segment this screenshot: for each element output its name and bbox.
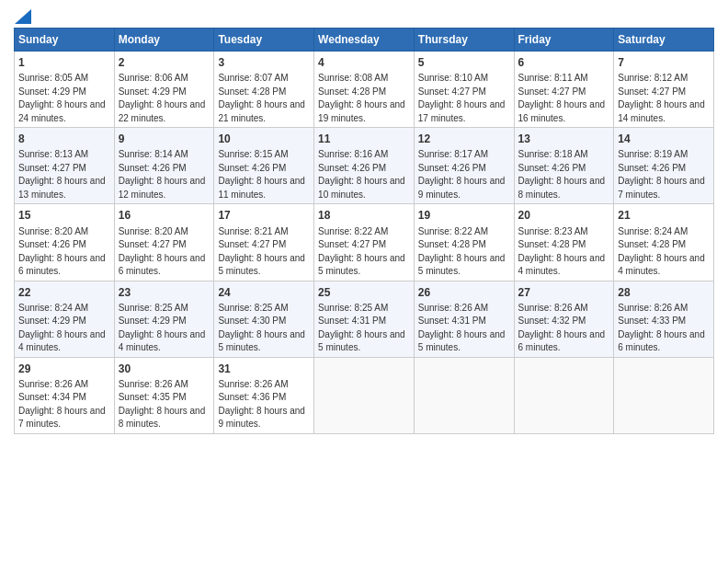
calendar-cell: 2 Sunrise: 8:06 AMSunset: 4:29 PMDayligh…: [114, 52, 214, 128]
calendar-cell: 16 Sunrise: 8:20 AMSunset: 4:27 PMDaylig…: [114, 204, 214, 281]
day-number: 3: [218, 55, 310, 70]
calendar-cell: 19 Sunrise: 8:22 AMSunset: 4:28 PMDaylig…: [414, 204, 514, 281]
day-info: Sunrise: 8:26 AMSunset: 4:36 PMDaylight:…: [218, 379, 305, 430]
day-number: 23: [119, 285, 210, 300]
calendar-cell: 3 Sunrise: 8:07 AMSunset: 4:28 PMDayligh…: [214, 52, 314, 128]
calendar-cell: 6 Sunrise: 8:11 AMSunset: 4:27 PMDayligh…: [514, 52, 614, 128]
calendar-cell: 13 Sunrise: 8:18 AMSunset: 4:26 PMDaylig…: [514, 128, 614, 204]
day-number: 28: [618, 285, 710, 300]
day-info: Sunrise: 8:05 AMSunset: 4:29 PMDaylight:…: [18, 73, 106, 123]
calendar-header-thursday: Thursday: [414, 29, 514, 52]
calendar-cell: 18 Sunrise: 8:22 AMSunset: 4:27 PMDaylig…: [314, 204, 415, 281]
day-info: Sunrise: 8:07 AMSunset: 4:28 PMDaylight:…: [218, 73, 305, 123]
day-number: 1: [18, 55, 110, 70]
calendar-cell: [314, 357, 415, 433]
calendar-cell: 29 Sunrise: 8:26 AMSunset: 4:34 PMDaylig…: [15, 357, 115, 433]
calendar-cell: 17 Sunrise: 8:21 AMSunset: 4:27 PMDaylig…: [214, 204, 314, 281]
day-info: Sunrise: 8:26 AMSunset: 4:35 PMDaylight:…: [119, 379, 206, 430]
day-number: 2: [119, 55, 210, 70]
calendar-table: SundayMondayTuesdayWednesdayThursdayFrid…: [14, 28, 714, 434]
day-number: 25: [318, 285, 410, 300]
day-info: Sunrise: 8:14 AMSunset: 4:26 PMDaylight:…: [119, 149, 206, 200]
day-info: Sunrise: 8:26 AMSunset: 4:34 PMDaylight:…: [18, 379, 106, 430]
calendar-cell: 8 Sunrise: 8:13 AMSunset: 4:27 PMDayligh…: [15, 128, 115, 204]
calendar-cell: 1 Sunrise: 8:05 AMSunset: 4:29 PMDayligh…: [15, 52, 115, 128]
day-number: 27: [518, 285, 610, 300]
day-number: 31: [218, 362, 310, 376]
calendar-cell: 10 Sunrise: 8:15 AMSunset: 4:26 PMDaylig…: [214, 128, 314, 204]
day-number: 26: [418, 285, 510, 300]
calendar-cell: 21 Sunrise: 8:24 AMSunset: 4:28 PMDaylig…: [614, 204, 714, 281]
day-number: 12: [418, 132, 510, 146]
day-info: Sunrise: 8:16 AMSunset: 4:26 PMDaylight:…: [318, 149, 405, 200]
day-number: 14: [618, 132, 710, 146]
day-number: 5: [418, 55, 510, 70]
day-info: Sunrise: 8:18 AMSunset: 4:26 PMDaylight:…: [518, 149, 606, 200]
calendar-week-row: 29 Sunrise: 8:26 AMSunset: 4:34 PMDaylig…: [15, 357, 714, 433]
day-info: Sunrise: 8:10 AMSunset: 4:27 PMDaylight:…: [418, 73, 506, 123]
day-info: Sunrise: 8:24 AMSunset: 4:28 PMDaylight:…: [618, 226, 705, 277]
calendar-week-row: 15 Sunrise: 8:20 AMSunset: 4:26 PMDaylig…: [15, 204, 714, 281]
calendar-header-friday: Friday: [514, 29, 614, 52]
calendar-cell: 31 Sunrise: 8:26 AMSunset: 4:36 PMDaylig…: [214, 357, 314, 433]
calendar-cell: 28 Sunrise: 8:26 AMSunset: 4:33 PMDaylig…: [614, 281, 714, 357]
svg-marker-0: [15, 9, 31, 24]
day-number: 21: [618, 208, 710, 223]
day-info: Sunrise: 8:22 AMSunset: 4:28 PMDaylight:…: [418, 226, 506, 277]
day-number: 7: [618, 55, 710, 70]
calendar-cell: 4 Sunrise: 8:08 AMSunset: 4:28 PMDayligh…: [314, 52, 415, 128]
calendar-cell: 14 Sunrise: 8:19 AMSunset: 4:26 PMDaylig…: [614, 128, 714, 204]
calendar-week-row: 8 Sunrise: 8:13 AMSunset: 4:27 PMDayligh…: [15, 128, 714, 204]
calendar-header-wednesday: Wednesday: [314, 29, 415, 52]
day-number: 24: [218, 285, 310, 300]
calendar-header-monday: Monday: [114, 29, 214, 52]
day-info: Sunrise: 8:19 AMSunset: 4:26 PMDaylight:…: [618, 149, 705, 200]
day-info: Sunrise: 8:15 AMSunset: 4:26 PMDaylight:…: [218, 149, 305, 200]
calendar-cell: 26 Sunrise: 8:26 AMSunset: 4:31 PMDaylig…: [414, 281, 514, 357]
day-info: Sunrise: 8:12 AMSunset: 4:27 PMDaylight:…: [618, 73, 705, 123]
page-container: SundayMondayTuesdayWednesdayThursdayFrid…: [0, 0, 728, 439]
day-number: 19: [418, 208, 510, 223]
day-number: 29: [18, 362, 110, 376]
day-number: 10: [218, 132, 310, 146]
day-info: Sunrise: 8:17 AMSunset: 4:26 PMDaylight:…: [418, 149, 506, 200]
day-info: Sunrise: 8:20 AMSunset: 4:26 PMDaylight:…: [18, 226, 106, 277]
calendar-cell: 5 Sunrise: 8:10 AMSunset: 4:27 PMDayligh…: [414, 52, 514, 128]
calendar-cell: 20 Sunrise: 8:23 AMSunset: 4:28 PMDaylig…: [514, 204, 614, 281]
logo-triangle-icon: [15, 9, 31, 24]
calendar-cell: 12 Sunrise: 8:17 AMSunset: 4:26 PMDaylig…: [414, 128, 514, 204]
day-info: Sunrise: 8:26 AMSunset: 4:31 PMDaylight:…: [418, 303, 506, 353]
header: [14, 9, 714, 24]
day-number: 13: [518, 132, 610, 146]
day-info: Sunrise: 8:11 AMSunset: 4:27 PMDaylight:…: [518, 73, 606, 123]
day-info: Sunrise: 8:24 AMSunset: 4:29 PMDaylight:…: [18, 303, 106, 353]
day-info: Sunrise: 8:26 AMSunset: 4:33 PMDaylight:…: [618, 303, 705, 353]
calendar-cell: 9 Sunrise: 8:14 AMSunset: 4:26 PMDayligh…: [114, 128, 214, 204]
day-number: 16: [119, 208, 210, 223]
calendar-header-sunday: Sunday: [15, 29, 115, 52]
day-info: Sunrise: 8:13 AMSunset: 4:27 PMDaylight:…: [18, 149, 106, 200]
calendar-week-row: 22 Sunrise: 8:24 AMSunset: 4:29 PMDaylig…: [15, 281, 714, 357]
calendar-cell: 24 Sunrise: 8:25 AMSunset: 4:30 PMDaylig…: [214, 281, 314, 357]
day-number: 6: [518, 55, 610, 70]
day-number: 22: [18, 285, 110, 300]
day-info: Sunrise: 8:26 AMSunset: 4:32 PMDaylight:…: [518, 303, 606, 353]
calendar-cell: 7 Sunrise: 8:12 AMSunset: 4:27 PMDayligh…: [614, 52, 714, 128]
day-number: 30: [119, 362, 210, 376]
calendar-cell: 22 Sunrise: 8:24 AMSunset: 4:29 PMDaylig…: [15, 281, 115, 357]
calendar-cell: 15 Sunrise: 8:20 AMSunset: 4:26 PMDaylig…: [15, 204, 115, 281]
day-number: 4: [318, 55, 410, 70]
calendar-cell: 27 Sunrise: 8:26 AMSunset: 4:32 PMDaylig…: [514, 281, 614, 357]
day-info: Sunrise: 8:06 AMSunset: 4:29 PMDaylight:…: [119, 73, 206, 123]
day-info: Sunrise: 8:22 AMSunset: 4:27 PMDaylight:…: [318, 226, 405, 277]
day-number: 9: [119, 132, 210, 146]
day-info: Sunrise: 8:08 AMSunset: 4:28 PMDaylight:…: [318, 73, 405, 123]
day-info: Sunrise: 8:21 AMSunset: 4:27 PMDaylight:…: [218, 226, 305, 277]
calendar-cell: 30 Sunrise: 8:26 AMSunset: 4:35 PMDaylig…: [114, 357, 214, 433]
calendar-header-saturday: Saturday: [614, 29, 714, 52]
calendar-cell: 25 Sunrise: 8:25 AMSunset: 4:31 PMDaylig…: [314, 281, 415, 357]
calendar-cell: 23 Sunrise: 8:25 AMSunset: 4:29 PMDaylig…: [114, 281, 214, 357]
calendar-cell: [514, 357, 614, 433]
day-number: 8: [18, 132, 110, 146]
day-number: 15: [18, 208, 110, 223]
